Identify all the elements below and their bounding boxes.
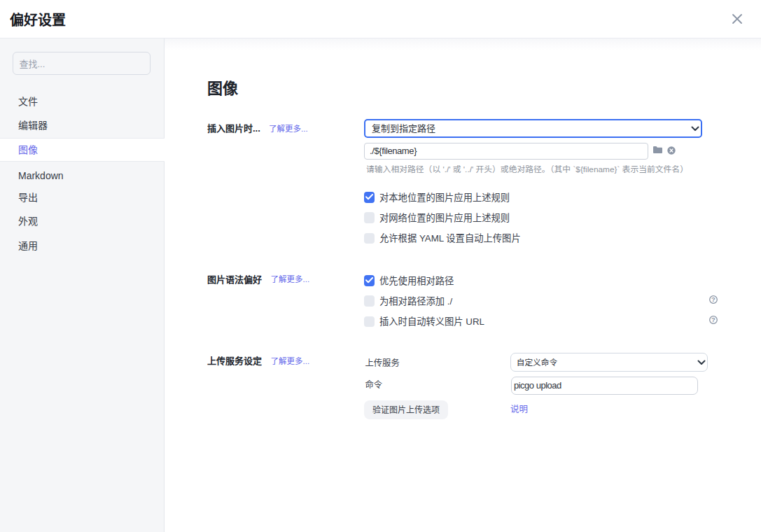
svg-text:?: ? (711, 295, 715, 303)
svg-text:?: ? (711, 316, 715, 323)
